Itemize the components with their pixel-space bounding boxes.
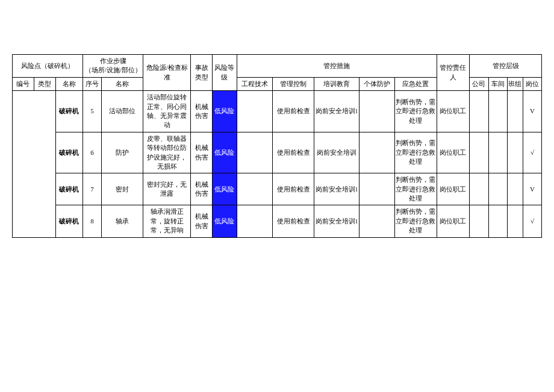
header-company: 公司 (470, 77, 488, 90)
cell-seq: 7 (83, 173, 102, 205)
cell-company (470, 91, 488, 132)
cell-accident: 机械伤害 (191, 91, 213, 132)
header-control-measures: 管控措施 (237, 55, 437, 78)
cell-ppe (359, 91, 395, 132)
cell-hazard: 密封完好，无泄露 (143, 173, 191, 205)
header-management: 管理控制 (273, 77, 314, 90)
header-step-name: 名称 (102, 77, 143, 90)
cell-post: √ (523, 132, 541, 173)
cell-id (13, 205, 34, 237)
cell-ppe (359, 132, 395, 173)
cell-team (507, 205, 523, 237)
header-ppe: 个体防护 (359, 77, 395, 90)
cell-accident: 机械伤害 (191, 132, 213, 173)
cell-type (34, 132, 55, 173)
cell-ppe (359, 205, 395, 237)
cell-workshop (488, 205, 507, 237)
cell-training: 岗前安全培训 (314, 132, 359, 173)
cell-level: 低风险 (212, 205, 237, 237)
header-work-step: 作业步骤 （场所/设施/部位） (83, 55, 143, 78)
cell-company (470, 173, 488, 205)
header-team: 班组 (507, 77, 523, 90)
cell-team (507, 132, 523, 173)
cell-post: √ (523, 205, 541, 237)
header-training: 培训教育 (314, 77, 359, 90)
table-row: 破碎机5活动部位活动部位旋转正常、同心同轴、无异常震动机械伤害低风险使用前检查岗… (13, 91, 542, 132)
cell-step: 活动部位 (102, 91, 143, 132)
cell-company (470, 132, 488, 173)
cell-hazard: 皮带、联轴器等转动部位防护设施完好，无损坏 (143, 132, 191, 173)
cell-id (13, 132, 34, 173)
cell-responsible: 岗位职工 (437, 173, 470, 205)
cell-step: 密封 (102, 173, 143, 205)
cell-seq: 8 (83, 205, 102, 237)
cell-training: 岗前安全培训l (314, 173, 359, 205)
cell-engineering (237, 132, 273, 173)
cell-responsible: 岗位职工 (437, 205, 470, 237)
cell-hazard: 活动部位旋转正常、同心同轴、无异常震动 (143, 91, 191, 132)
header-name: 名称 (55, 77, 82, 90)
cell-name: 破碎机 (55, 91, 82, 132)
table-row: 破碎机8轴承轴承润滑正常，旋转正常，无异响机械伤害低风险使用前检查岗前安全培训l… (13, 205, 542, 237)
cell-management: 使用前检查 (273, 205, 314, 237)
cell-id (13, 91, 34, 132)
cell-training: 岗前安全培训l (314, 91, 359, 132)
cell-ppe (359, 173, 395, 205)
header-control-level: 管控层级 (470, 55, 542, 78)
cell-team (507, 91, 523, 132)
cell-name: 破碎机 (55, 205, 82, 237)
cell-post: V (523, 91, 541, 132)
cell-workshop (488, 132, 507, 173)
cell-level: 低风险 (212, 132, 237, 173)
header-risk-level: 风险等级 (212, 55, 237, 91)
cell-post: V (523, 173, 541, 205)
cell-company (470, 205, 488, 237)
header-emergency: 应急处置 (395, 77, 437, 90)
header-risk-point: 风险点（破碎机） (13, 55, 83, 78)
header-seq: 序号 (83, 77, 102, 90)
cell-level: 低风险 (212, 173, 237, 205)
risk-table: 风险点（破碎机） 作业步骤 （场所/设施/部位） 危险源/检查标准 事故类型 风… (12, 54, 542, 238)
cell-management: 使用前检查 (273, 173, 314, 205)
cell-type (34, 205, 55, 237)
cell-name: 破碎机 (55, 173, 82, 205)
cell-emergency: 判断伤势，需立即进行急救处理 (395, 91, 437, 132)
table-body: 破碎机5活动部位活动部位旋转正常、同心同轴、无异常震动机械伤害低风险使用前检查岗… (13, 91, 542, 237)
cell-step: 防护 (102, 132, 143, 173)
cell-workshop (488, 173, 507, 205)
cell-management: 使用前检查 (273, 91, 314, 132)
table-row: 破碎机7密封密封完好，无泄露机械伤害低风险使用前检查岗前安全培训l判断伤势，需立… (13, 173, 542, 205)
cell-name: 破碎机 (55, 132, 82, 173)
header-id: 编号 (13, 77, 34, 90)
header-post: 岗位 (523, 77, 541, 90)
header-type: 类型 (34, 77, 55, 90)
cell-hazard: 轴承润滑正常，旋转正常，无异响 (143, 205, 191, 237)
header-accident: 事故类型 (191, 55, 213, 91)
cell-emergency: 判断伤势，需立即进行急救处理 (395, 132, 437, 173)
cell-team (507, 173, 523, 205)
cell-seq: 5 (83, 91, 102, 132)
cell-type (34, 173, 55, 205)
cell-engineering (237, 205, 273, 237)
cell-accident: 机械伤害 (191, 173, 213, 205)
cell-responsible: 岗位职工 (437, 91, 470, 132)
cell-step: 轴承 (102, 205, 143, 237)
cell-seq: 6 (83, 132, 102, 173)
table-row: 破碎机6防护皮带、联轴器等转动部位防护设施完好，无损坏机械伤害低风险使用前检查岗… (13, 132, 542, 173)
cell-workshop (488, 91, 507, 132)
cell-level: 低风险 (212, 91, 237, 132)
cell-management: 使用前检查 (273, 132, 314, 173)
header-hazard: 危险源/检查标准 (143, 55, 191, 91)
cell-emergency: 判断伤势，需立即进行急救处理 (395, 173, 437, 205)
header-engineering: 工程技术 (237, 77, 273, 90)
cell-emergency: 判断伤势，需立即进行急救处理 (395, 205, 437, 237)
header-workshop: 车间 (488, 77, 507, 90)
cell-id (13, 173, 34, 205)
cell-type (34, 91, 55, 132)
header-responsible: 管控责任人 (437, 55, 470, 91)
cell-engineering (237, 173, 273, 205)
cell-responsible: 岗位职工 (437, 132, 470, 173)
cell-accident: 机械伤害 (191, 205, 213, 237)
cell-training: 岗前安全培训l (314, 205, 359, 237)
document-page: 风险点（破碎机） 作业步骤 （场所/设施/部位） 危险源/检查标准 事故类型 风… (0, 0, 554, 392)
